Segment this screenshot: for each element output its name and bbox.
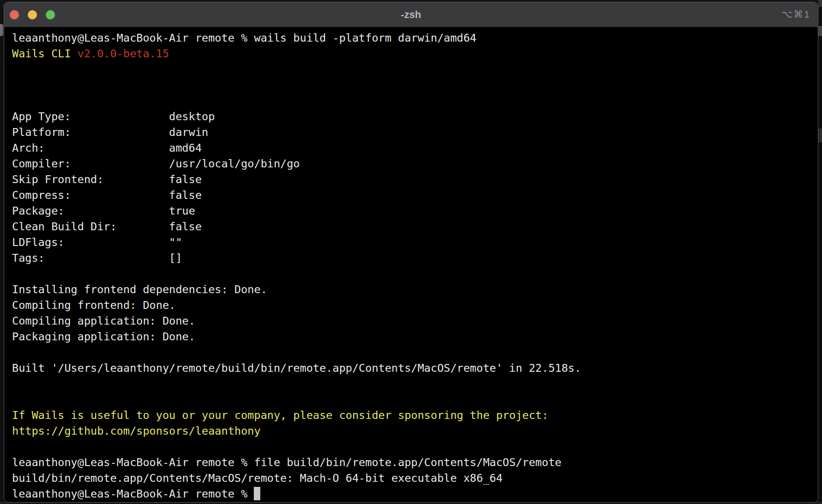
terminal-text: Skip Frontend: false <box>12 173 202 186</box>
terminal-line: Clean Build Dir: false <box>12 219 818 234</box>
terminal-cursor <box>254 487 260 500</box>
terminal-text: Compress: false <box>12 189 202 202</box>
desktop-background: -zsh ⌥⌘1 leaanthony@Leas-MacBook-Air rem… <box>0 0 822 504</box>
terminal-text: App Type: desktop <box>12 110 215 123</box>
terminal-line: App Type: desktop <box>12 109 818 124</box>
terminal-text: Compiling application: Done. <box>12 314 195 327</box>
terminal-line: Built '/Users/leaanthony/remote/build/bi… <box>12 360 818 376</box>
terminal-text: Clean Build Dir: false <box>12 220 202 233</box>
terminal-line <box>12 266 818 282</box>
terminal-line: leaanthony@Leas-MacBook-Air remote % wai… <box>12 30 818 46</box>
terminal-text: Wails CLI <box>12 47 77 60</box>
terminal-line: Installing frontend dependencies: Done. <box>12 282 818 297</box>
terminal-text: If Wails is useful to you or your compan… <box>12 409 548 422</box>
terminal-text: Arch: amd64 <box>12 141 202 154</box>
sponsor-link[interactable]: https://github.com/sponsors/leaanthony <box>12 424 261 437</box>
terminal-text: LDFlags: "" <box>12 236 182 249</box>
terminal-line: leaanthony@Leas-MacBook-Air remote % <box>12 486 818 502</box>
background-window-fragment <box>818 129 822 142</box>
terminal-text: Installing frontend dependencies: Done. <box>12 283 267 296</box>
terminal-line: Compiling application: Done. <box>12 313 818 329</box>
close-button[interactable] <box>10 10 19 19</box>
terminal-line: Compress: false <box>12 187 818 203</box>
background-window-fragment <box>818 26 822 36</box>
terminal-line: If Wails is useful to you or your compan… <box>12 407 818 423</box>
terminal-text: v2.0.0-beta.15 <box>77 47 169 60</box>
terminal-line: Skip Frontend: false <box>12 172 818 187</box>
terminal-text: Compiler: /usr/local/go/bin/go <box>12 157 300 170</box>
tab-shortcut-badge: ⌥⌘1 <box>781 9 810 20</box>
terminal-line: build/bin/remote.app/Contents/MacOS/remo… <box>12 470 818 486</box>
terminal-line <box>12 77 818 93</box>
terminal-line: Packaging application: Done. <box>12 329 818 344</box>
terminal-line: Compiler: /usr/local/go/bin/go <box>12 156 818 172</box>
background-window-fragment <box>818 0 822 7</box>
title-bar[interactable]: -zsh ⌥⌘1 <box>4 2 818 27</box>
terminal-line <box>12 344 818 360</box>
terminal-text: build/bin/remote.app/Contents/MacOS/remo… <box>12 472 503 485</box>
terminal-line: Arch: amd64 <box>12 140 818 156</box>
zoom-button[interactable] <box>46 10 55 19</box>
background-window-fragment <box>0 24 3 36</box>
terminal-line <box>12 93 818 109</box>
terminal-text: Tags: [] <box>12 252 182 264</box>
terminal-line: https://github.com/sponsors/leaanthony <box>12 423 818 439</box>
background-window-fragment <box>818 0 822 504</box>
terminal-line <box>12 61 818 77</box>
terminal-line: Compiling frontend: Done. <box>12 297 818 313</box>
terminal-line <box>12 376 818 392</box>
terminal-text: Packaging application: Done. <box>12 330 195 343</box>
terminal-line: Platform: darwin <box>12 124 818 140</box>
terminal-text: Platform: darwin <box>12 126 208 139</box>
terminal-line: LDFlags: "" <box>12 234 818 250</box>
terminal-text: leaanthony@Leas-MacBook-Air remote % <box>12 487 254 500</box>
minimize-button[interactable] <box>28 10 37 19</box>
traffic-lights <box>10 10 55 19</box>
terminal-line: Wails CLI v2.0.0-beta.15 <box>12 46 818 61</box>
terminal-line <box>12 392 818 407</box>
window-title: -zsh <box>401 9 421 21</box>
terminal-line: Tags: [] <box>12 250 818 266</box>
terminal-output[interactable]: leaanthony@Leas-MacBook-Air remote % wai… <box>4 27 818 502</box>
terminal-text: leaanthony@Leas-MacBook-Air remote % fil… <box>12 456 561 469</box>
terminal-line: leaanthony@Leas-MacBook-Air remote % fil… <box>12 455 818 470</box>
terminal-line: Package: true <box>12 203 818 219</box>
terminal-text: Package: true <box>12 204 195 217</box>
terminal-line <box>12 439 818 455</box>
terminal-text: Built '/Users/leaanthony/remote/build/bi… <box>12 362 581 375</box>
terminal-window: -zsh ⌥⌘1 leaanthony@Leas-MacBook-Air rem… <box>4 2 818 503</box>
terminal-text: Compiling frontend: Done. <box>12 299 176 312</box>
terminal-text: leaanthony@Leas-MacBook-Air remote % wai… <box>12 31 477 44</box>
